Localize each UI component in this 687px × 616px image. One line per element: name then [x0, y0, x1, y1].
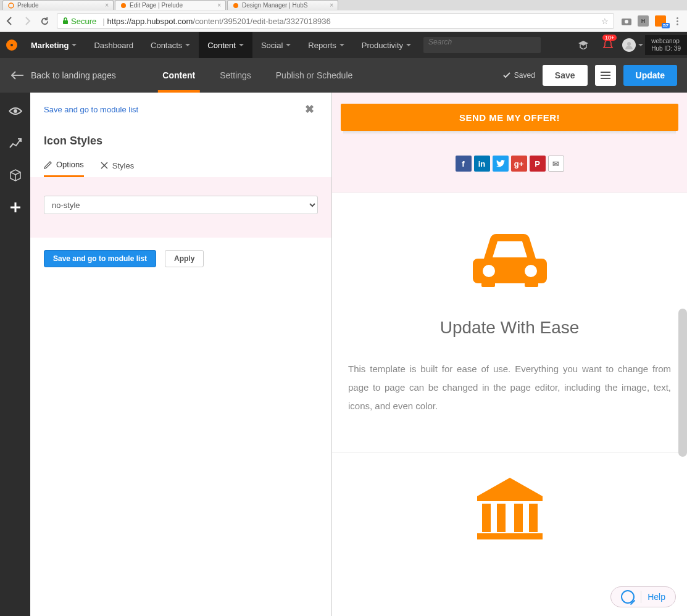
- svg-rect-11: [497, 504, 506, 532]
- tab-label: Edit Page | Prelude: [130, 2, 183, 9]
- close-icon[interactable]: ✖: [305, 102, 314, 116]
- global-search[interactable]: [423, 37, 541, 53]
- scrollbar[interactable]: [678, 309, 687, 457]
- check-icon: [503, 72, 510, 78]
- account-info[interactable]: webcanopHub ID: 39: [645, 35, 687, 55]
- secure-badge: Secure: [62, 17, 96, 26]
- saved-indicator: Saved: [503, 71, 535, 80]
- close-icon[interactable]: ×: [217, 2, 221, 9]
- update-button[interactable]: Update: [623, 65, 677, 86]
- svg-point-6: [627, 42, 631, 46]
- menu-icon[interactable]: [672, 16, 682, 26]
- chevron-down-icon: [239, 44, 244, 46]
- address-bar[interactable]: Secure | https://app.hubspot.com/content…: [57, 13, 614, 29]
- user-avatar[interactable]: [620, 32, 645, 58]
- svg-point-2: [233, 3, 238, 8]
- help-button[interactable]: Help: [610, 586, 676, 607]
- hubspot-logo-icon[interactable]: [6, 40, 17, 51]
- tab-options[interactable]: Options: [44, 160, 84, 177]
- style-select[interactable]: no-style: [44, 196, 318, 214]
- module-panel: Save and go to module list ✖ Icon Styles…: [30, 93, 332, 616]
- notifications-icon[interactable]: 10+: [596, 32, 620, 58]
- tab-label: Prelude: [17, 2, 38, 9]
- facebook-icon[interactable]: f: [456, 156, 472, 172]
- svg-rect-3: [63, 20, 68, 24]
- extension-badge: 57: [662, 23, 670, 28]
- modules-icon[interactable]: [8, 168, 23, 183]
- svg-point-1: [121, 3, 126, 8]
- reload-icon[interactable]: [40, 16, 49, 26]
- svg-point-0: [9, 3, 14, 8]
- apply-button[interactable]: Apply: [165, 250, 204, 267]
- add-icon[interactable]: [8, 200, 23, 215]
- linkedin-icon[interactable]: in: [474, 156, 490, 172]
- nav-reports[interactable]: Reports: [299, 32, 353, 58]
- save-goto-button[interactable]: Save and go to module list: [44, 250, 156, 267]
- tab-styles[interactable]: Styles: [100, 160, 134, 177]
- tab-publish[interactable]: Publish or Schedule: [264, 58, 365, 93]
- camera-icon[interactable]: [622, 16, 631, 26]
- pinterest-icon[interactable]: P: [530, 156, 546, 172]
- email-icon[interactable]: ✉: [548, 156, 564, 172]
- panel-title: Icon Styles: [30, 117, 331, 154]
- chevron-down-icon: [339, 44, 344, 46]
- analytics-icon[interactable]: [8, 136, 23, 151]
- browser-extensions: H 57: [622, 15, 682, 27]
- browser-tab[interactable]: Design Manager | HubS ×: [227, 0, 338, 10]
- nav-marketing[interactable]: Marketing: [22, 32, 85, 58]
- twitter-icon[interactable]: [493, 156, 509, 172]
- forward-icon[interactable]: [22, 16, 32, 26]
- preview-icon[interactable]: [8, 104, 23, 119]
- car-icon: [348, 230, 671, 287]
- app-topnav: Marketing Dashboard Contacts Content Soc…: [0, 32, 687, 58]
- extension-icon[interactable]: 57: [655, 15, 666, 27]
- bank-icon: [348, 478, 671, 539]
- page-preview[interactable]: SEND ME MY OFFER! f in g+ P ✉ Update Wit…: [332, 93, 687, 616]
- back-icon[interactable]: [5, 16, 15, 26]
- social-row: f in g+ P ✉: [341, 156, 678, 172]
- nav-content[interactable]: Content: [199, 32, 252, 58]
- editor-workspace: Save and go to module list ✖ Icon Styles…: [0, 93, 687, 616]
- tool-rail: [0, 93, 30, 616]
- svg-point-7: [14, 109, 17, 113]
- browser-tabs: Prelude × Edit Page | Prelude × Design M…: [0, 0, 687, 10]
- nav-contacts[interactable]: Contacts: [142, 32, 199, 58]
- svg-rect-14: [477, 533, 543, 539]
- search-input[interactable]: [428, 38, 536, 46]
- bookmark-icon[interactable]: ☆: [601, 17, 609, 26]
- list-view-button[interactable]: [595, 65, 616, 86]
- googleplus-icon[interactable]: g+: [511, 156, 527, 172]
- save-goto-link[interactable]: Save and go to module list: [44, 105, 138, 114]
- close-icon[interactable]: ×: [105, 2, 109, 9]
- nav-social[interactable]: Social: [252, 32, 299, 58]
- nav-dashboard[interactable]: Dashboard: [85, 32, 142, 58]
- tab-settings[interactable]: Settings: [207, 58, 264, 93]
- svg-point-8: [483, 265, 495, 277]
- pencil-icon: [44, 160, 52, 169]
- chevron-down-icon: [406, 44, 411, 46]
- nav-productivity[interactable]: Productivity: [353, 32, 420, 58]
- tab-content[interactable]: Content: [150, 58, 207, 93]
- chevron-down-icon: [185, 44, 190, 46]
- close-icon[interactable]: ×: [330, 2, 333, 9]
- search-icon: [621, 590, 635, 604]
- svg-rect-13: [529, 504, 538, 532]
- save-button[interactable]: Save: [543, 65, 588, 86]
- back-to-pages[interactable]: Back to landing pages: [0, 70, 127, 80]
- svg-rect-12: [514, 504, 523, 532]
- tab-label: Design Manager | HubS: [242, 2, 308, 9]
- arrow-left-icon: [11, 71, 23, 80]
- browser-tab[interactable]: Edit Page | Prelude ×: [115, 0, 226, 10]
- page-action-bar: Back to landing pages Content Settings P…: [0, 58, 687, 93]
- svg-rect-10: [482, 504, 491, 532]
- browser-tab[interactable]: Prelude ×: [2, 0, 114, 10]
- tools-icon: [100, 161, 109, 170]
- url-path: /content/395201/edit-beta/3327018936: [193, 17, 330, 26]
- browser-toolbar: Secure | https://app.hubspot.com/content…: [0, 10, 687, 32]
- notification-count: 10+: [602, 35, 617, 41]
- section-title: Update With Ease: [348, 318, 671, 338]
- cta-button[interactable]: SEND ME MY OFFER!: [341, 104, 678, 131]
- extension-icon[interactable]: H: [638, 15, 649, 27]
- chevron-down-icon: [286, 44, 291, 46]
- academy-icon[interactable]: [571, 32, 596, 58]
